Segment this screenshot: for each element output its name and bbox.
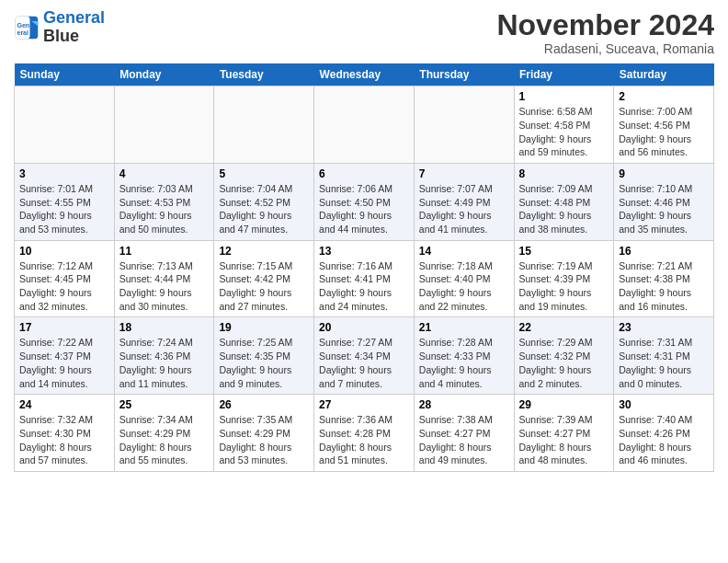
table-row: 1Sunrise: 6:58 AM Sunset: 4:58 PM Daylig…	[514, 86, 614, 164]
logo-icon: Gen eral	[14, 15, 40, 40]
day-number: 18	[119, 321, 210, 334]
table-row: 19Sunrise: 7:25 AM Sunset: 4:35 PM Dayli…	[214, 317, 314, 395]
table-row	[314, 86, 415, 164]
calendar-header-row: Sunday Monday Tuesday Wednesday Thursday…	[15, 63, 714, 86]
day-number: 28	[419, 398, 509, 411]
day-info: Sunrise: 7:15 AM Sunset: 4:42 PM Dayligh…	[219, 259, 309, 314]
day-info: Sunrise: 7:40 AM Sunset: 4:26 PM Dayligh…	[619, 413, 709, 467]
calendar-week-1: 1Sunrise: 6:58 AM Sunset: 4:58 PM Daylig…	[15, 86, 714, 164]
table-row: 3Sunrise: 7:01 AM Sunset: 4:55 PM Daylig…	[15, 163, 115, 240]
subtitle: Radaseni, Suceava, Romania	[496, 41, 714, 56]
day-info: Sunrise: 7:13 AM Sunset: 4:44 PM Dayligh…	[119, 259, 210, 314]
table-row: 18Sunrise: 7:24 AM Sunset: 4:36 PM Dayli…	[114, 317, 214, 395]
col-friday: Friday	[514, 63, 614, 86]
day-number: 8	[519, 167, 609, 180]
calendar-week-2: 3Sunrise: 7:01 AM Sunset: 4:55 PM Daylig…	[15, 163, 714, 240]
day-number: 24	[19, 398, 109, 411]
day-info: Sunrise: 7:35 AM Sunset: 4:29 PM Dayligh…	[219, 413, 309, 467]
table-row: 8Sunrise: 7:09 AM Sunset: 4:48 PM Daylig…	[514, 163, 614, 240]
day-info: Sunrise: 7:24 AM Sunset: 4:36 PM Dayligh…	[119, 336, 210, 390]
day-info: Sunrise: 7:38 AM Sunset: 4:27 PM Dayligh…	[419, 413, 509, 467]
day-number: 27	[319, 398, 409, 411]
table-row: 10Sunrise: 7:12 AM Sunset: 4:45 PM Dayli…	[15, 240, 115, 317]
col-tuesday: Tuesday	[214, 63, 314, 86]
table-row: 9Sunrise: 7:10 AM Sunset: 4:46 PM Daylig…	[614, 163, 714, 240]
logo: Gen eral GeneralBlue	[14, 9, 105, 46]
table-row: 23Sunrise: 7:31 AM Sunset: 4:31 PM Dayli…	[614, 317, 714, 395]
day-number: 26	[219, 398, 309, 411]
day-info: Sunrise: 7:07 AM Sunset: 4:49 PM Dayligh…	[419, 182, 509, 236]
day-number: 25	[119, 398, 210, 411]
table-row: 12Sunrise: 7:15 AM Sunset: 4:42 PM Dayli…	[214, 240, 314, 317]
day-number: 30	[619, 398, 709, 411]
day-info: Sunrise: 7:19 AM Sunset: 4:39 PM Dayligh…	[519, 259, 609, 314]
day-number: 22	[519, 321, 609, 334]
day-number: 12	[219, 245, 309, 258]
day-number: 6	[319, 167, 409, 180]
day-info: Sunrise: 7:31 AM Sunset: 4:31 PM Dayligh…	[619, 336, 709, 390]
table-row	[414, 86, 514, 164]
day-info: Sunrise: 7:00 AM Sunset: 4:56 PM Dayligh…	[619, 105, 709, 159]
table-row: 22Sunrise: 7:29 AM Sunset: 4:32 PM Dayli…	[514, 317, 614, 395]
table-row: 16Sunrise: 7:21 AM Sunset: 4:38 PM Dayli…	[614, 240, 714, 317]
day-number: 21	[419, 321, 509, 334]
day-number: 19	[219, 321, 309, 334]
table-row: 11Sunrise: 7:13 AM Sunset: 4:44 PM Dayli…	[114, 240, 214, 317]
col-saturday: Saturday	[614, 63, 714, 86]
col-thursday: Thursday	[414, 63, 514, 86]
table-row: 29Sunrise: 7:39 AM Sunset: 4:27 PM Dayli…	[514, 395, 614, 472]
month-title: November 2024	[496, 9, 714, 41]
calendar-week-5: 24Sunrise: 7:32 AM Sunset: 4:30 PM Dayli…	[15, 395, 714, 472]
page: Gen eral GeneralBlue November 2024 Radas…	[0, 0, 728, 481]
day-number: 2	[619, 90, 709, 103]
day-info: Sunrise: 7:21 AM Sunset: 4:38 PM Dayligh…	[619, 259, 709, 314]
day-info: Sunrise: 7:01 AM Sunset: 4:55 PM Dayligh…	[19, 182, 109, 236]
day-info: Sunrise: 7:28 AM Sunset: 4:33 PM Dayligh…	[419, 336, 509, 390]
svg-text:eral: eral	[17, 29, 29, 36]
table-row: 17Sunrise: 7:22 AM Sunset: 4:37 PM Dayli…	[15, 317, 115, 395]
title-block: November 2024 Radaseni, Suceava, Romania	[496, 9, 714, 56]
day-number: 10	[19, 245, 109, 258]
svg-text:Gen: Gen	[17, 22, 30, 29]
day-info: Sunrise: 7:10 AM Sunset: 4:46 PM Dayligh…	[619, 182, 709, 236]
day-info: Sunrise: 7:22 AM Sunset: 4:37 PM Dayligh…	[19, 336, 109, 390]
table-row	[15, 86, 115, 164]
day-number: 23	[619, 321, 709, 334]
day-info: Sunrise: 7:16 AM Sunset: 4:41 PM Dayligh…	[319, 259, 409, 314]
day-info: Sunrise: 7:32 AM Sunset: 4:30 PM Dayligh…	[19, 413, 109, 467]
day-number: 5	[219, 167, 309, 180]
day-info: Sunrise: 7:04 AM Sunset: 4:52 PM Dayligh…	[219, 182, 309, 236]
day-number: 13	[319, 245, 409, 258]
table-row: 5Sunrise: 7:04 AM Sunset: 4:52 PM Daylig…	[214, 163, 314, 240]
table-row: 30Sunrise: 7:40 AM Sunset: 4:26 PM Dayli…	[614, 395, 714, 472]
table-row: 14Sunrise: 7:18 AM Sunset: 4:40 PM Dayli…	[414, 240, 514, 317]
day-info: Sunrise: 7:29 AM Sunset: 4:32 PM Dayligh…	[519, 336, 609, 390]
table-row: 13Sunrise: 7:16 AM Sunset: 4:41 PM Dayli…	[314, 240, 415, 317]
day-number: 7	[419, 167, 509, 180]
day-number: 29	[519, 398, 609, 411]
day-info: Sunrise: 7:27 AM Sunset: 4:34 PM Dayligh…	[319, 336, 409, 390]
day-number: 15	[519, 245, 609, 258]
table-row: 24Sunrise: 7:32 AM Sunset: 4:30 PM Dayli…	[15, 395, 115, 472]
day-info: Sunrise: 7:09 AM Sunset: 4:48 PM Dayligh…	[519, 182, 609, 236]
table-row: 26Sunrise: 7:35 AM Sunset: 4:29 PM Dayli…	[214, 395, 314, 472]
day-number: 20	[319, 321, 409, 334]
col-monday: Monday	[114, 63, 214, 86]
day-number: 17	[19, 321, 109, 334]
table-row: 21Sunrise: 7:28 AM Sunset: 4:33 PM Dayli…	[414, 317, 514, 395]
table-row: 28Sunrise: 7:38 AM Sunset: 4:27 PM Dayli…	[414, 395, 514, 472]
table-row: 2Sunrise: 7:00 AM Sunset: 4:56 PM Daylig…	[614, 86, 714, 164]
calendar-week-3: 10Sunrise: 7:12 AM Sunset: 4:45 PM Dayli…	[15, 240, 714, 317]
table-row: 6Sunrise: 7:06 AM Sunset: 4:50 PM Daylig…	[314, 163, 415, 240]
header: Gen eral GeneralBlue November 2024 Radas…	[14, 9, 714, 56]
table-row: 20Sunrise: 7:27 AM Sunset: 4:34 PM Dayli…	[314, 317, 415, 395]
table-row: 15Sunrise: 7:19 AM Sunset: 4:39 PM Dayli…	[514, 240, 614, 317]
day-info: Sunrise: 7:18 AM Sunset: 4:40 PM Dayligh…	[419, 259, 509, 314]
table-row: 25Sunrise: 7:34 AM Sunset: 4:29 PM Dayli…	[114, 395, 214, 472]
day-info: Sunrise: 6:58 AM Sunset: 4:58 PM Dayligh…	[519, 105, 609, 159]
day-info: Sunrise: 7:39 AM Sunset: 4:27 PM Dayligh…	[519, 413, 609, 467]
col-sunday: Sunday	[15, 63, 115, 86]
day-number: 11	[119, 245, 210, 258]
table-row: 27Sunrise: 7:36 AM Sunset: 4:28 PM Dayli…	[314, 395, 415, 472]
calendar-week-4: 17Sunrise: 7:22 AM Sunset: 4:37 PM Dayli…	[15, 317, 714, 395]
